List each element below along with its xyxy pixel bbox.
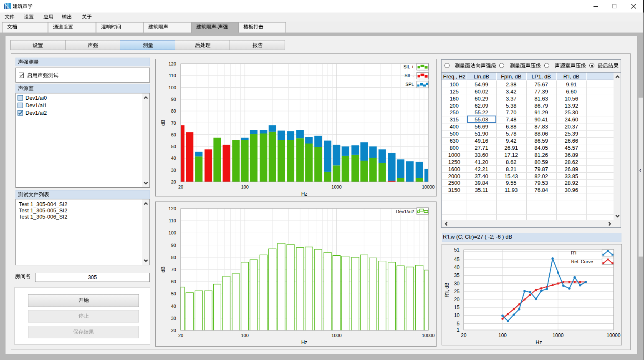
svg-text:20: 20 bbox=[178, 184, 183, 189]
svg-text:50: 50 bbox=[171, 144, 176, 149]
svg-text:Hz: Hz bbox=[301, 340, 308, 345]
svg-text:20: 20 bbox=[454, 297, 460, 302]
svg-text:10000: 10000 bbox=[606, 332, 621, 338]
svg-text:20: 20 bbox=[171, 328, 176, 333]
svg-text:45: 45 bbox=[454, 257, 460, 262]
svg-text:100: 100 bbox=[498, 332, 507, 338]
svg-text:20: 20 bbox=[171, 179, 176, 184]
svg-text:100: 100 bbox=[241, 333, 248, 338]
svg-text:Ref. Curve: Ref. Curve bbox=[571, 259, 593, 264]
svg-text:40: 40 bbox=[454, 264, 460, 270]
svg-text:25: 25 bbox=[454, 289, 460, 295]
svg-text:10000: 10000 bbox=[422, 184, 435, 189]
svg-text:80: 80 bbox=[171, 108, 176, 113]
svg-text:30: 30 bbox=[171, 316, 176, 321]
svg-text:1000: 1000 bbox=[331, 333, 341, 338]
svg-text:15: 15 bbox=[454, 305, 460, 310]
svg-text:R'I: R'I bbox=[571, 250, 576, 255]
svg-text:1000: 1000 bbox=[331, 184, 341, 189]
svg-text:30: 30 bbox=[171, 168, 176, 173]
svg-text:50: 50 bbox=[171, 291, 176, 296]
svg-text:51: 51 bbox=[454, 247, 460, 253]
svg-text:5: 5 bbox=[457, 321, 460, 327]
svg-text:40: 40 bbox=[171, 304, 176, 309]
svg-text:110: 110 bbox=[169, 218, 176, 223]
svg-text:1000: 1000 bbox=[553, 332, 564, 338]
svg-text:100: 100 bbox=[169, 85, 176, 90]
svg-text:Hz: Hz bbox=[301, 191, 308, 197]
svg-text:1: 1 bbox=[457, 327, 460, 333]
svg-text:SIL -: SIL - bbox=[404, 73, 414, 78]
svg-text:80: 80 bbox=[171, 255, 176, 260]
svg-text:70: 70 bbox=[171, 267, 176, 272]
svg-text:60: 60 bbox=[171, 132, 176, 137]
svg-text:90: 90 bbox=[171, 97, 176, 102]
svg-text:R'I, dB: R'I, dB bbox=[444, 282, 450, 297]
svg-text:Hz: Hz bbox=[535, 340, 542, 345]
svg-text:110: 110 bbox=[169, 73, 176, 78]
svg-text:70: 70 bbox=[171, 121, 176, 126]
svg-text:20: 20 bbox=[178, 333, 183, 338]
svg-text:SIL +: SIL + bbox=[403, 64, 414, 69]
svg-text:dB: dB bbox=[160, 267, 166, 273]
svg-text:dB: dB bbox=[160, 120, 166, 126]
svg-text:120: 120 bbox=[169, 206, 176, 211]
svg-text:Dev1/ai2: Dev1/ai2 bbox=[396, 209, 414, 214]
svg-text:30: 30 bbox=[454, 281, 460, 287]
svg-text:100: 100 bbox=[241, 184, 248, 189]
svg-text:10: 10 bbox=[454, 312, 460, 318]
svg-text:SPL: SPL bbox=[405, 82, 414, 87]
svg-text:20: 20 bbox=[461, 332, 467, 338]
svg-text:35: 35 bbox=[454, 272, 460, 278]
svg-text:60: 60 bbox=[171, 279, 176, 284]
svg-text:90: 90 bbox=[171, 243, 176, 248]
svg-text:120: 120 bbox=[169, 61, 176, 66]
svg-text:10000: 10000 bbox=[422, 333, 435, 338]
svg-text:100: 100 bbox=[169, 230, 176, 235]
svg-text:40: 40 bbox=[171, 156, 176, 161]
